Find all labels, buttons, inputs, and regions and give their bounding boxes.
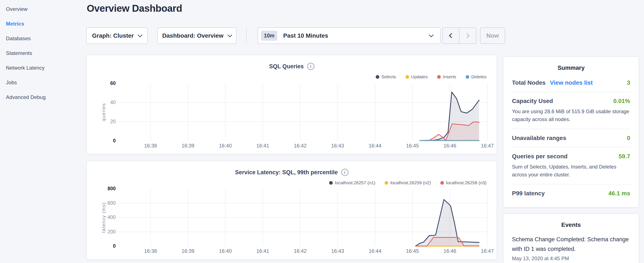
sidebar-item-network-latency[interactable]: Network Latency bbox=[6, 60, 85, 75]
summary-panel: Summary Total Nodes View nodes list 3 Ca… bbox=[503, 56, 639, 207]
prev-time-button[interactable] bbox=[443, 28, 460, 43]
summary-row-capacity: Capacity Used 0.01% You are using 28.6 M… bbox=[512, 92, 630, 129]
chevron-left-icon bbox=[449, 33, 454, 38]
qps-label: Queries per second bbox=[512, 153, 568, 160]
x-tick-label: 16:38 bbox=[136, 143, 166, 149]
x-tick-label: 16:45 bbox=[398, 248, 427, 254]
x-tick-label: 16:42 bbox=[285, 248, 315, 254]
page-title: Overview Dashboard bbox=[87, 3, 182, 14]
events-list: Schema Change Completed: Schema change w… bbox=[512, 235, 630, 261]
chart-plot-area[interactable] bbox=[87, 55, 498, 155]
events-panel: Events Schema Change Completed: Schema c… bbox=[503, 213, 639, 263]
dashboard-dropdown-label: Dashboard: Overview bbox=[162, 32, 224, 39]
event-timestamp: May 13, 2020 at 4:45 PM bbox=[512, 255, 630, 261]
x-tick-label: 16:46 bbox=[435, 143, 465, 149]
next-time-button[interactable] bbox=[460, 28, 476, 43]
x-tick-label: 16:38 bbox=[136, 248, 166, 254]
summary-row-total-nodes: Total Nodes View nodes list 3 bbox=[512, 74, 630, 92]
controls-divider bbox=[246, 28, 247, 43]
time-step-button-group bbox=[442, 28, 476, 44]
x-tick-label: 16:46 bbox=[435, 248, 465, 254]
x-tick-label: 16:47 bbox=[472, 248, 502, 254]
y-axis-title: latency (ms) bbox=[101, 202, 106, 233]
p99-latency-label: P99 latency bbox=[512, 190, 545, 197]
x-tick-label: 16:42 bbox=[285, 143, 315, 149]
event-list-item[interactable]: Schema Change Completed: Schema change w… bbox=[512, 235, 630, 261]
summary-row-p99-latency: P99 latency 46.1 ms bbox=[512, 184, 630, 202]
x-tick-label: 16:44 bbox=[360, 143, 390, 149]
sql-queries-chart-card: SQL Queries i SelectsUpdatesInsertsDelet… bbox=[86, 55, 497, 154]
unavailable-ranges-label: Unavailable ranges bbox=[512, 135, 566, 141]
x-tick-label: 16:47 bbox=[472, 143, 502, 149]
events-title: Events bbox=[512, 221, 630, 228]
sidebar-item-jobs[interactable]: Jobs bbox=[6, 75, 85, 90]
graph-dropdown-label: Graph: Cluster bbox=[92, 32, 134, 39]
sidebar-item-advanced-debug[interactable]: Advanced Debug bbox=[6, 90, 85, 105]
x-tick-label: 16:41 bbox=[248, 143, 278, 149]
summary-row-qps: Queries per second 59.7 Sum of Selects, … bbox=[512, 147, 630, 184]
time-range-selector[interactable]: 10m Past 10 Minutes bbox=[258, 28, 440, 44]
sidebar-item-statements[interactable]: Statements bbox=[6, 46, 85, 60]
graph-dropdown[interactable]: Graph: Cluster bbox=[86, 28, 148, 44]
capacity-used-label: Capacity Used bbox=[512, 98, 553, 105]
dashboard-dropdown[interactable]: Dashboard: Overview bbox=[157, 28, 236, 44]
x-tick-label: 16:40 bbox=[210, 143, 240, 149]
sidebar-item-databases[interactable]: Databases bbox=[6, 31, 85, 46]
x-tick-label: 16:45 bbox=[398, 143, 427, 149]
sidebar-item-metrics[interactable]: Metrics bbox=[6, 16, 85, 31]
chevron-right-icon bbox=[464, 33, 470, 38]
chevron-down-icon bbox=[138, 32, 143, 37]
chevron-down-icon bbox=[228, 32, 232, 37]
now-button[interactable]: Now bbox=[480, 28, 505, 44]
unavailable-ranges-value: 0 bbox=[627, 135, 630, 141]
x-tick-label: 16:44 bbox=[360, 248, 390, 254]
total-nodes-value: 3 bbox=[627, 79, 630, 86]
time-range-badge: 10m bbox=[261, 31, 277, 41]
chevron-down-icon bbox=[429, 32, 434, 37]
sidebar: OverviewMetricsDatabasesStatementsNetwor… bbox=[0, 0, 85, 263]
x-tick-label: 16:43 bbox=[323, 248, 352, 254]
x-tick-label: 16:39 bbox=[173, 143, 203, 149]
service-latency-chart-card: Service Latency: SQL, 99th percentile i … bbox=[86, 161, 497, 260]
y-tick-label: 800 bbox=[96, 186, 116, 191]
qps-description: Sum of Selects, Updates, Inserts, and De… bbox=[512, 163, 630, 178]
view-nodes-list-link[interactable]: View nodes list bbox=[550, 79, 593, 86]
x-tick-label: 16:40 bbox=[210, 248, 240, 254]
y-tick-label: 0 bbox=[96, 243, 116, 249]
y-tick-label: 0 bbox=[96, 138, 116, 144]
sidebar-nav-list: OverviewMetricsDatabasesStatementsNetwor… bbox=[0, 0, 85, 105]
event-description: Schema Change Completed: Schema change w… bbox=[512, 235, 630, 254]
qps-value: 59.7 bbox=[619, 153, 630, 160]
capacity-used-description: You are using 28.6 MiB of 515.9 GiB usab… bbox=[512, 107, 630, 123]
sidebar-item-overview[interactable]: Overview bbox=[6, 2, 85, 16]
y-axis-title: queries bbox=[101, 103, 106, 121]
x-tick-label: 16:39 bbox=[173, 248, 203, 254]
y-tick-label: 60 bbox=[96, 80, 116, 86]
summary-row-unavailable-ranges: Unavailable ranges 0 bbox=[512, 129, 630, 147]
total-nodes-label: Total Nodes bbox=[512, 79, 546, 86]
x-tick-label: 16:41 bbox=[248, 248, 278, 254]
p99-latency-value: 46.1 ms bbox=[608, 190, 630, 197]
chart-plot-area[interactable] bbox=[87, 161, 498, 260]
capacity-used-value: 0.01% bbox=[614, 98, 630, 105]
summary-title: Summary bbox=[512, 65, 630, 71]
x-tick-label: 16:43 bbox=[323, 143, 352, 149]
time-range-label: Past 10 Minutes bbox=[283, 32, 328, 39]
